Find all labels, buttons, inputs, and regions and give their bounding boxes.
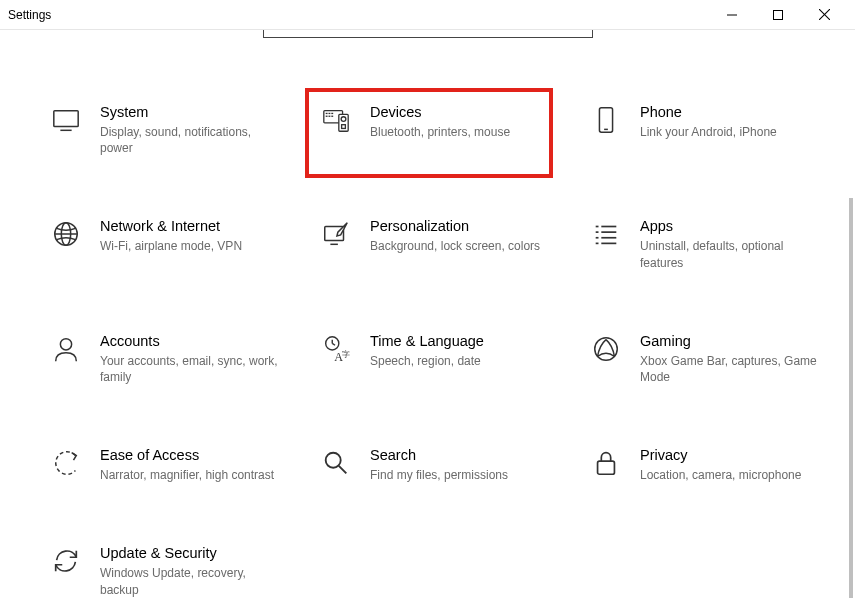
tile-desc: Link your Android, iPhone	[640, 124, 777, 140]
system-icon	[48, 102, 84, 138]
svg-rect-1	[774, 10, 783, 19]
update-icon	[48, 543, 84, 579]
tile-ease-of-access[interactable]: Ease of Access Narrator, magnifier, high…	[48, 445, 298, 483]
svg-rect-16	[599, 108, 612, 132]
svg-line-34	[332, 343, 335, 345]
tile-update-security[interactable]: Update & Security Windows Update, recove…	[48, 543, 298, 597]
tile-search[interactable]: Search Find my files, permissions	[318, 445, 568, 483]
devices-icon	[318, 102, 354, 138]
tile-desc: Wi-Fi, airplane mode, VPN	[100, 238, 242, 254]
tile-title: Phone	[640, 104, 777, 120]
tile-desc: Location, camera, microphone	[640, 467, 801, 483]
tile-desc: Bluetooth, printers, mouse	[370, 124, 510, 140]
vertical-scrollbar[interactable]	[849, 198, 853, 598]
tile-title: Update & Security	[100, 545, 280, 561]
personalization-icon	[318, 216, 354, 252]
svg-text:字: 字	[342, 348, 350, 358]
tile-time-language[interactable]: A 字 Time & Language Speech, region, date	[318, 331, 568, 385]
tile-title: Ease of Access	[100, 447, 274, 463]
svg-rect-4	[54, 111, 78, 127]
search-area	[0, 30, 855, 42]
phone-icon	[588, 102, 624, 138]
svg-line-39	[339, 466, 347, 474]
tile-title: Apps	[640, 218, 820, 234]
tile-personalization[interactable]: Personalization Background, lock screen,…	[318, 216, 568, 270]
globe-icon	[48, 216, 84, 252]
tile-desc: Display, sound, notifications, power	[100, 124, 280, 156]
tile-title: Gaming	[640, 333, 820, 349]
window-title: Settings	[8, 8, 51, 22]
tile-title: Personalization	[370, 218, 540, 234]
settings-grid: System Display, sound, notifications, po…	[48, 102, 815, 598]
tile-title: Devices	[370, 104, 510, 120]
svg-point-38	[326, 453, 341, 468]
tile-desc: Windows Update, recovery, backup	[100, 565, 280, 597]
privacy-icon	[588, 445, 624, 481]
tile-title: Privacy	[640, 447, 801, 463]
gaming-icon	[588, 331, 624, 367]
tile-title: Time & Language	[370, 333, 484, 349]
tile-desc: Narrator, magnifier, high contrast	[100, 467, 274, 483]
tile-title: Network & Internet	[100, 218, 242, 234]
tile-devices[interactable]: Devices Bluetooth, printers, mouse	[318, 102, 568, 156]
tile-desc: Xbox Game Bar, captures, Game Mode	[640, 353, 820, 385]
tile-title: Search	[370, 447, 508, 463]
tile-privacy[interactable]: Privacy Location, camera, microphone	[588, 445, 838, 483]
close-button[interactable]	[801, 0, 847, 30]
titlebar: Settings	[0, 0, 855, 30]
tile-desc: Your accounts, email, sync, work, family	[100, 353, 280, 385]
tile-apps[interactable]: Apps Uninstall, defaults, optional featu…	[588, 216, 838, 270]
time-language-icon: A 字	[318, 331, 354, 367]
accounts-icon	[48, 331, 84, 367]
tile-gaming[interactable]: Gaming Xbox Game Bar, captures, Game Mod…	[588, 331, 838, 385]
search-input[interactable]	[263, 30, 593, 38]
tile-phone[interactable]: Phone Link your Android, iPhone	[588, 102, 838, 156]
search-icon	[318, 445, 354, 481]
svg-point-31	[60, 338, 71, 349]
maximize-button[interactable]	[755, 0, 801, 30]
tile-desc: Find my files, permissions	[370, 467, 508, 483]
minimize-button[interactable]	[709, 0, 755, 30]
tile-desc: Speech, region, date	[370, 353, 484, 369]
tile-network[interactable]: Network & Internet Wi-Fi, airplane mode,…	[48, 216, 298, 270]
tile-title: Accounts	[100, 333, 280, 349]
tile-desc: Uninstall, defaults, optional features	[640, 238, 820, 270]
tile-accounts[interactable]: Accounts Your accounts, email, sync, wor…	[48, 331, 298, 385]
tile-title: System	[100, 104, 280, 120]
tile-system[interactable]: System Display, sound, notifications, po…	[48, 102, 298, 156]
svg-rect-40	[598, 461, 615, 474]
tile-desc: Background, lock screen, colors	[370, 238, 540, 254]
ease-of-access-icon	[48, 445, 84, 481]
settings-content: System Display, sound, notifications, po…	[0, 42, 855, 598]
apps-icon	[588, 216, 624, 252]
